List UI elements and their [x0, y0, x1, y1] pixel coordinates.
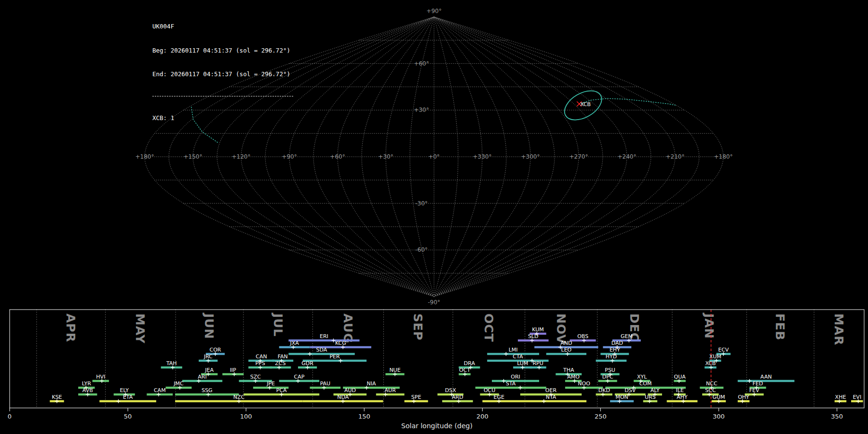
month-label-FEB: FEB: [773, 313, 787, 340]
shower-bar-NTA: [515, 400, 586, 402]
shower-label-KCG: KCG: [335, 340, 346, 346]
shower-label-ELY: ELY: [120, 387, 129, 393]
end-line: End: 20260117 04:51:37 (sol = 296.72°): [152, 70, 293, 79]
shower-bar-AUR: [376, 393, 405, 395]
shower-label-ETA: ETA: [123, 394, 133, 400]
shower-label-FED: FED: [753, 380, 763, 387]
shower-label-EVI: EVI: [853, 394, 861, 400]
lon-label: +30°: [378, 153, 393, 160]
shower-label-PAU: PAU: [320, 380, 331, 387]
shower-label-CAP: CAP: [294, 374, 305, 380]
shower-label-SCC: SCC: [705, 387, 716, 393]
shower-label-ZCS: ZCS: [275, 360, 285, 366]
shower-label-TAH: TAH: [166, 360, 177, 366]
lon-label: +120°: [232, 153, 251, 160]
activity-timeline-panel: APRMAYJUNJULAUGSEPOCTNOVDECJANFEBMARKUME…: [0, 309, 868, 434]
shower-label-ARD: ARD: [452, 394, 463, 400]
shower-label-DKD: DKD: [598, 387, 610, 393]
x-tick-label: 150: [358, 413, 370, 420]
lon-label: +330°: [473, 153, 492, 160]
x-axis-title: Solar longitude (deg): [401, 422, 473, 430]
x-tick-label: 0: [8, 413, 12, 420]
shower-label-LYR: LYR: [82, 380, 91, 387]
shower-label-IIP: IIP: [230, 367, 236, 373]
shower-bar-AAN: [738, 380, 795, 382]
x-tick-label: 300: [713, 413, 725, 420]
lat-label: +90°: [426, 8, 441, 14]
shower-label-DSV: DSV: [624, 387, 636, 393]
month-label-OCT: OCT: [482, 313, 496, 342]
shower-bar-MON: [610, 400, 634, 402]
shower-label-ERI: ERI: [320, 333, 328, 339]
info-block: UK004F Beg: 20260117 04:51:37 (sol = 296…: [152, 7, 293, 138]
lat-label: +60°: [414, 60, 429, 67]
lat-label: -90°: [428, 299, 440, 306]
shower-label-ARI: ARI: [198, 374, 206, 380]
lon-label: +210°: [666, 153, 685, 160]
shower-bar-SPE: [405, 400, 428, 402]
shower-label-JMC: JMC: [173, 380, 184, 387]
shower-label-THA: THA: [563, 367, 574, 373]
shower-label-NIA: NIA: [367, 380, 376, 387]
x-tick-label: 200: [476, 413, 488, 420]
lon-label: +60°: [330, 153, 345, 160]
shower-bar-ERI: [288, 339, 359, 341]
month-label-AUG: AUG: [341, 313, 355, 343]
shower-label-NTA: NTA: [546, 394, 556, 400]
x-tick-label: 250: [595, 413, 607, 420]
shower-label-SDA: SDA: [316, 347, 327, 353]
shower-label-FAN: FAN: [278, 353, 288, 360]
shower-label-CTA: CTA: [513, 353, 523, 360]
lat-label: -60°: [415, 246, 428, 253]
shower-label-QUA: QUA: [674, 374, 686, 380]
shower-label-PER: PER: [329, 353, 340, 360]
shower-label-XCB: XCB: [705, 360, 716, 366]
shower-bar-COM: [605, 387, 686, 389]
shower-label-JEA: JEA: [204, 367, 214, 373]
shower-label-URS: URS: [645, 394, 656, 400]
shower-label-AUR: AUR: [385, 387, 396, 393]
shower-label-SPE: SPE: [411, 394, 421, 400]
lon-label: +180°: [136, 153, 154, 160]
shower-label-DRA: DRA: [464, 360, 475, 366]
x-tick-label: 100: [240, 413, 252, 420]
shower-label-LMI: LMI: [509, 347, 518, 353]
shower-label-ORI: ORI: [511, 374, 520, 380]
shower-label-XUM: XUM: [709, 353, 721, 360]
shower-bar-SDA: [288, 353, 354, 355]
lon-label: +240°: [618, 153, 637, 160]
month-label-JAN: JAN: [702, 312, 716, 339]
radiant-label: XCB: [580, 101, 591, 108]
shower-bar-ARI: [182, 380, 222, 382]
shower-label-STA: STA: [506, 380, 516, 387]
month-label-SEP: SEP: [411, 313, 425, 340]
lon-label: +180°: [714, 153, 733, 160]
shower-label-GEM: GEM: [621, 333, 633, 339]
shower-label-ILE: ILE: [676, 387, 684, 393]
shower-label-AHY: AHY: [677, 394, 688, 400]
beg-line: Beg: 20260117 04:51:37 (sol = 296.72°): [152, 47, 293, 55]
shower-label-AAN: AAN: [760, 374, 772, 380]
month-labels: APRMAYJUNJULAUGSEPOCTNOVDECJANFEBMAR: [64, 312, 846, 345]
shower-bar-ETA: [99, 400, 156, 402]
x-tick-label: 50: [124, 413, 132, 420]
month-label-JUN: JUN: [202, 312, 216, 339]
shower-label-AMO: AMO: [567, 374, 580, 380]
shower-label-DSX: DSX: [445, 387, 456, 393]
lon-label: +300°: [521, 153, 540, 160]
shower-label-HVI: HVI: [96, 374, 105, 380]
shower-label-XHE: XHE: [835, 394, 846, 400]
shower-label-OBS: OBS: [577, 333, 588, 339]
shower-label-LEO: LEO: [561, 347, 572, 353]
shower-label-XYL: XYL: [637, 374, 647, 380]
shower-label-JXA: JXA: [290, 340, 299, 346]
skymap-panel: +180°+150°+120°+90°+60°+30°+0°+330°+300°…: [0, 0, 868, 309]
shower-bars: KUMERISLDOBSGEMJXAKCGANDDADCORSDALMILEOE…: [50, 326, 863, 403]
shower-label-JPE: JPE: [266, 380, 275, 387]
month-label-MAR: MAR: [832, 313, 846, 345]
shower-label-SLD: SLD: [528, 333, 539, 339]
month-label-APR: APR: [64, 313, 78, 342]
month-label-MAY: MAY: [133, 313, 147, 344]
shower-label-CAN: CAN: [256, 353, 267, 360]
lon-label: +90°: [282, 153, 297, 160]
